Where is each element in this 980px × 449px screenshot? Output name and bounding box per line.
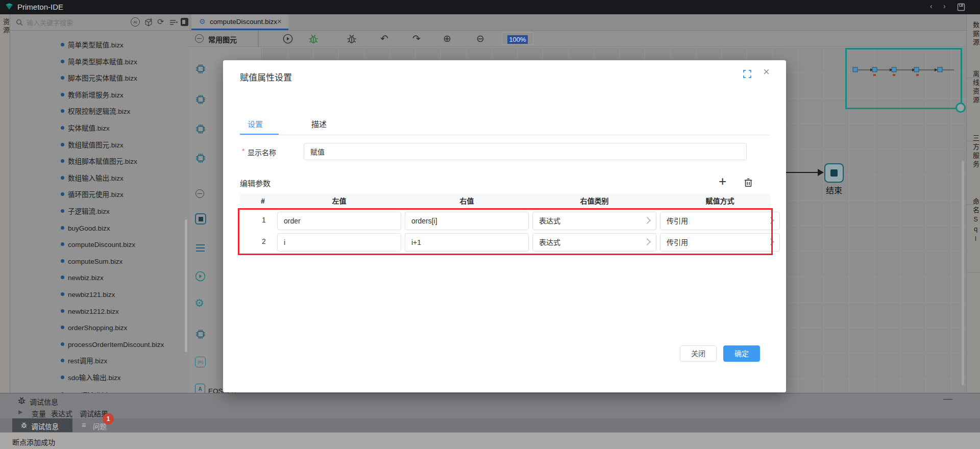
assign-mode-select[interactable]: 传引用 — [660, 233, 780, 252]
palette-collapse-icon[interactable] — [195, 34, 204, 43]
rail-item-datasource[interactable]: 数据源 — [967, 21, 980, 47]
palette-element-icon-2[interactable] — [194, 93, 207, 106]
fullscreen-icon[interactable] — [743, 69, 752, 79]
debug-play-icon[interactable]: ▶ — [18, 409, 22, 415]
file-bullet-icon — [61, 326, 64, 329]
debug-run-icon[interactable] — [308, 33, 319, 44]
debug-toolbar-row: ▶ 变量 表达式 调试结果 — [0, 407, 980, 418]
row-index: 2 — [262, 237, 266, 245]
end-node[interactable] — [824, 163, 844, 183]
file-list-item[interactable]: rest调用.bizx — [10, 354, 189, 367]
delete-row-icon[interactable] — [743, 177, 754, 188]
file-list-item[interactable]: newbiz.bizx — [10, 271, 189, 284]
file-list-item[interactable]: 权限控制逻辑流.bizx — [10, 105, 189, 118]
add-row-icon[interactable]: + — [719, 173, 726, 189]
search-input[interactable] — [26, 16, 122, 29]
file-list-item[interactable]: newbiz121.bizx — [10, 288, 189, 301]
palette-section-collapse-icon[interactable] — [195, 189, 204, 198]
activity-item-resources[interactable]: 资源 — [1, 18, 11, 35]
left-value-input[interactable] — [277, 233, 401, 252]
right-type-select[interactable]: 表达式 — [532, 233, 656, 252]
file-list-item[interactable]: newbiz1212.bizx — [10, 305, 189, 318]
dialog-tab-settings[interactable]: 设置 — [248, 118, 263, 129]
file-list-item[interactable]: 子逻辑流.bizx — [10, 205, 189, 218]
run-icon[interactable] — [282, 33, 293, 44]
display-name-input[interactable] — [304, 143, 747, 160]
tab-close-icon[interactable]: × — [277, 17, 282, 26]
minimize-panel-icon[interactable]: — — [943, 393, 952, 404]
refresh-icon[interactable]: ⟳ — [157, 17, 164, 27]
chevron-down-icon — [767, 216, 774, 223]
debug-stop-icon[interactable] — [346, 33, 357, 44]
debug-tool-variables[interactable]: 变量 — [32, 408, 46, 418]
redo-icon[interactable]: ↷ — [412, 31, 421, 47]
file-list-item[interactable]: 循环图元使用.bizx — [10, 188, 189, 201]
sidebar-scrollbar[interactable] — [185, 219, 187, 352]
dialog-tab-description[interactable]: 描述 — [311, 118, 327, 129]
canvas-scrollbar[interactable] — [962, 161, 964, 385]
file-list-item[interactable]: 简单类型脚本赋值.bizx — [10, 55, 189, 68]
file-list-item[interactable]: sendEMail.bizx — [10, 388, 189, 393]
file-name: computeDiscount.bizx — [68, 241, 135, 248]
file-list-item[interactable]: computeDiscount.bizx — [10, 238, 189, 251]
file-name: 教师新增服务.bizx — [68, 91, 124, 99]
right-value-input[interactable] — [405, 233, 529, 252]
save-icon[interactable] — [957, 3, 966, 12]
file-list-item[interactable]: 简单类型赋值.bizx — [10, 38, 189, 52]
eos-service-icon[interactable]: A — [195, 384, 205, 394]
palette-gear-element-icon[interactable]: ⚙ — [194, 297, 204, 309]
palette-end-element-icon[interactable] — [195, 213, 206, 224]
palette-play-element-icon[interactable] — [194, 270, 206, 282]
file-name: newbiz1212.bizx — [68, 308, 119, 315]
file-list-item[interactable]: 脚本图元实体赋值.bizx — [10, 71, 189, 85]
nav-back-icon[interactable]: ‹ — [930, 2, 933, 10]
file-list-item[interactable]: 数组脚本赋值图元.bizx — [10, 155, 189, 168]
file-list-item[interactable]: processOrderItemDiscount.bizx — [10, 338, 189, 351]
palette-lines-element-icon[interactable] — [195, 243, 206, 254]
file-list-item[interactable]: 教师新增服务.bizx — [10, 88, 189, 102]
file-list-item[interactable]: computeSum.bizx — [10, 255, 189, 268]
palette-element-icon-3[interactable] — [194, 123, 207, 135]
ai-search-icon[interactable]: AI — [131, 17, 140, 27]
file-name: 数组赋值图元.bizx — [68, 141, 124, 149]
debug-tool-expressions[interactable]: 表达式 — [51, 408, 72, 418]
tab-computediscount[interactable]: ⚙ computeDiscount.bizx × — [191, 14, 288, 30]
zoom-level-value: 100% — [507, 35, 527, 44]
selection-resize-handle[interactable] — [955, 103, 966, 113]
undo-icon[interactable]: ↶ — [380, 31, 388, 47]
file-list-item[interactable]: orderShopping.bizx — [10, 321, 189, 334]
palette-rest-element-icon[interactable]: {R} — [195, 357, 206, 367]
zoom-in-icon[interactable]: ⊕ — [443, 31, 451, 47]
file-list-item[interactable]: buyGood.bizx — [10, 221, 189, 235]
palette-element-icon-4[interactable] — [194, 152, 207, 164]
col-left-value: 左值 — [277, 194, 401, 208]
close-button[interactable]: 关闭 — [680, 345, 717, 362]
file-bullet-icon — [61, 76, 64, 80]
confirm-button[interactable]: 确定 — [723, 345, 760, 362]
palette-element-icon-5[interactable] — [194, 328, 207, 340]
zoom-level-box[interactable]: 100% — [502, 32, 533, 45]
zoom-out-icon[interactable]: ⊖ — [476, 31, 484, 47]
tab-debug-info[interactable]: 调试信息 — [12, 418, 72, 432]
file-bullet-icon — [61, 93, 64, 96]
tab-label: computeDiscount.bizx — [210, 18, 277, 26]
right-value-input[interactable] — [405, 212, 529, 230]
palette-element-icon-1[interactable] — [194, 63, 207, 75]
assign-mode-select[interactable]: 传引用 — [660, 212, 780, 230]
file-list-item[interactable]: 数组输入输出.bizx — [10, 171, 189, 185]
right-type-select[interactable]: 表达式 — [532, 212, 656, 230]
rail-item-offline-resources[interactable]: 离线资源 — [967, 70, 980, 105]
editor-tab-bar: ⚙ computeDiscount.bizx × — [189, 14, 966, 31]
file-list-item[interactable]: 实体赋值.bizx — [10, 121, 189, 135]
rail-item-named-sql[interactable]: 命名Sql — [967, 198, 980, 244]
file-list-item[interactable]: sdo输入输出.bizx — [10, 371, 189, 384]
file-list-item[interactable]: 数组赋值图元.bizx — [10, 138, 189, 152]
left-value-input[interactable] — [277, 212, 401, 230]
collapse-panel-icon[interactable] — [181, 18, 188, 26]
dialog-close-icon[interactable]: × — [763, 65, 770, 79]
selection-rectangle[interactable] — [845, 48, 962, 109]
new-resource-icon[interactable] — [144, 18, 153, 27]
sort-filter-icon[interactable] — [169, 18, 178, 27]
nav-forward-icon[interactable]: › — [943, 2, 946, 10]
rail-item-thirdparty-services[interactable]: 三方服务 — [967, 135, 980, 169]
